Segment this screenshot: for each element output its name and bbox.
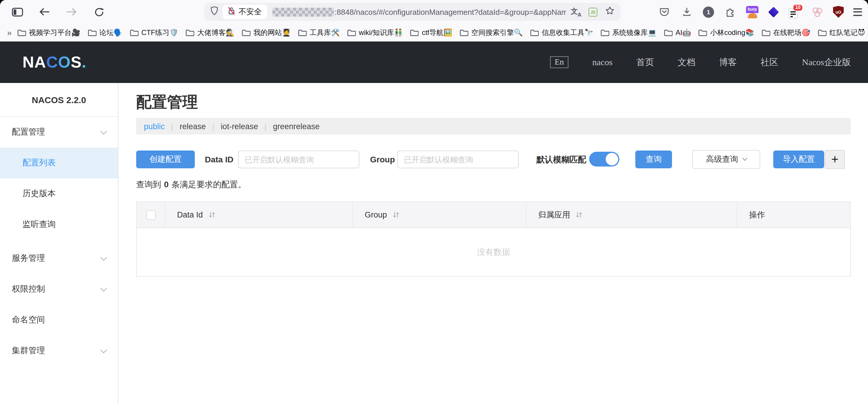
bookmark-folder[interactable]: 系统镜像库💻	[597, 26, 659, 39]
bookmark-folder[interactable]: 红队笔记😈	[814, 26, 868, 39]
bookmark-folder[interactable]: 在线靶场🎯	[758, 26, 813, 39]
urlbar-action-icons: 文A JS	[566, 6, 615, 18]
back-button[interactable]	[38, 5, 51, 18]
bookmark-folder[interactable]: AI🤖	[661, 27, 694, 38]
group-input[interactable]	[397, 150, 519, 168]
header-nav-link[interactable]: Nacos企业版	[802, 57, 851, 68]
censored-host	[272, 7, 334, 16]
header-nav-link[interactable]: 文档	[678, 57, 695, 68]
tab-counter-icon[interactable]: 1	[703, 6, 714, 18]
namespace-tab[interactable]: release	[165, 122, 206, 131]
sidebar-item[interactable]: 配置管理	[0, 117, 118, 148]
menu-hamburger-icon[interactable]	[853, 8, 862, 16]
sidebar-item[interactable]: 集群管理	[0, 336, 118, 366]
column-label: Data Id	[177, 210, 203, 219]
notification-badge: 10	[794, 4, 802, 10]
bookmark-folder[interactable]: 工具库🛠️	[295, 26, 343, 39]
bookmark-label: 大佬博客🕵️	[197, 28, 235, 38]
bookmark-folder[interactable]: 信息收集工具🔭	[527, 26, 596, 39]
sidebar-toggle-icon[interactable]	[11, 5, 24, 18]
bookmark-label: 论坛🗣️	[99, 28, 123, 38]
downloads-icon[interactable]	[680, 5, 693, 18]
bookmark-star-icon[interactable]	[605, 6, 615, 18]
translate-icon[interactable]: 文A	[571, 7, 581, 17]
add-button[interactable]: +	[825, 150, 845, 169]
sort-icon[interactable]	[576, 211, 583, 219]
bookmark-folder[interactable]: 大佬博客🕵️	[182, 26, 238, 39]
sidebar-item-label: 配置管理	[12, 127, 45, 138]
folder-icon	[242, 29, 250, 36]
flower-extension-icon[interactable]	[811, 5, 824, 18]
notes-extension-icon[interactable]: 10	[789, 6, 801, 18]
bookmarks-overflow-chevron[interactable]: »	[7, 28, 13, 37]
url-text[interactable]: :8848/nacos/#/configurationManagement?da…	[335, 7, 566, 16]
sort-icon[interactable]	[208, 211, 215, 219]
result-count: 0	[164, 179, 169, 189]
folder-icon	[298, 29, 307, 36]
sidebar-item-label: 权限控制	[12, 284, 45, 294]
bookmark-folder[interactable]: 小林coding📚	[695, 26, 757, 39]
namespace-tab[interactable]: public	[144, 122, 165, 131]
bookmark-folder[interactable]: 空间搜索引擎🔍	[457, 26, 526, 39]
sidebar-item-label: 监听查询	[23, 219, 56, 230]
namespace-bar: public release iot-release greenrelease	[136, 118, 851, 135]
dataid-input[interactable]	[238, 150, 360, 168]
sidebar-item[interactable]: 命名空间	[0, 305, 118, 336]
sort-icon[interactable]	[392, 211, 399, 219]
pocket-icon[interactable]	[658, 5, 671, 18]
ublock-icon[interactable]: uO	[833, 6, 844, 18]
shield-permissions-icon[interactable]	[210, 6, 218, 18]
url-bar[interactable]: 不安全 :8848/nacos/#/configurationManagemen…	[204, 3, 621, 21]
folder-icon	[761, 29, 770, 36]
empty-state-text: 没有数据	[477, 247, 510, 258]
folder-icon	[530, 29, 539, 36]
bookmark-folder[interactable]: CTF练习🛡️	[127, 26, 182, 39]
sidebar-item[interactable]: 历史版本	[0, 178, 118, 209]
bookmark-folder[interactable]: 论坛🗣️	[85, 26, 126, 39]
advanced-query-button[interactable]: 高级查询	[692, 150, 760, 169]
folder-icon	[410, 29, 419, 36]
javascript-toggle-icon[interactable]: JS	[589, 7, 597, 16]
header-nav-link[interactable]: 社区	[761, 57, 778, 68]
sidebar-item[interactable]: 权限控制	[0, 274, 118, 305]
nacos-logo[interactable]: NACOS.	[23, 53, 87, 71]
create-config-button[interactable]: 创建配置	[136, 150, 195, 168]
extensions-puzzle-icon[interactable]	[723, 5, 737, 18]
header-nav-link[interactable]: 博客	[719, 57, 737, 68]
sidebar-item[interactable]: 配置列表	[0, 148, 118, 178]
table-column-header[interactable]: 操作	[737, 202, 850, 228]
burp-extension-icon[interactable]: burp	[746, 6, 758, 18]
namespace-tab[interactable]: iot-release	[206, 122, 258, 131]
bookmark-folder[interactable]: wiki/知识库👬	[344, 26, 406, 39]
folder-icon	[699, 29, 707, 36]
fuzzy-match-toggle[interactable]	[589, 152, 619, 167]
sidebar-menu: 配置管理 配置列表 历史版本 监听查询	[0, 117, 118, 366]
table-column-header[interactable]: Data Id	[165, 202, 353, 228]
table-header-row: Data Id Group	[137, 202, 850, 228]
reload-button[interactable]	[92, 5, 105, 18]
bookmark-folder[interactable]: ctf导航🖼️	[407, 26, 455, 39]
security-chip[interactable]: 不安全	[223, 5, 267, 19]
language-toggle[interactable]: En	[550, 56, 569, 68]
group-label: Group	[370, 155, 395, 164]
chevron-down-icon	[100, 128, 107, 135]
query-button[interactable]: 查询	[635, 150, 672, 168]
sidebar-item[interactable]: 服务管理	[0, 243, 118, 274]
bookmarks-bar: » 视频学习平台🎥 论坛🗣️ CTF练习🛡️ 大佬博客🕵️	[0, 24, 868, 41]
browser-toolbar: 不安全 :8848/nacos/#/configurationManagemen…	[0, 0, 868, 24]
diamond-extension-icon[interactable]	[768, 6, 779, 18]
security-label: 不安全	[239, 6, 262, 17]
select-all-checkbox[interactable]	[146, 210, 155, 220]
bookmark-folder[interactable]: 视频学习平台🎥	[14, 26, 84, 39]
header-nav-link[interactable]: 首页	[636, 57, 654, 68]
sidebar-item[interactable]: 监听查询	[0, 209, 118, 240]
table-column-header[interactable]: 归属应用	[526, 202, 737, 228]
bookmark-label: 小林coding📚	[710, 28, 754, 38]
bookmark-folder[interactable]: 我的网站🧑‍🎓	[239, 26, 294, 39]
folder-icon	[460, 29, 468, 36]
table-column-header[interactable]: Group	[353, 202, 526, 228]
logged-in-user[interactable]: nacos	[592, 57, 613, 67]
forward-button[interactable]	[65, 5, 78, 18]
namespace-tab[interactable]: greenrelease	[258, 122, 320, 131]
import-config-button[interactable]: 导入配置	[773, 150, 824, 168]
